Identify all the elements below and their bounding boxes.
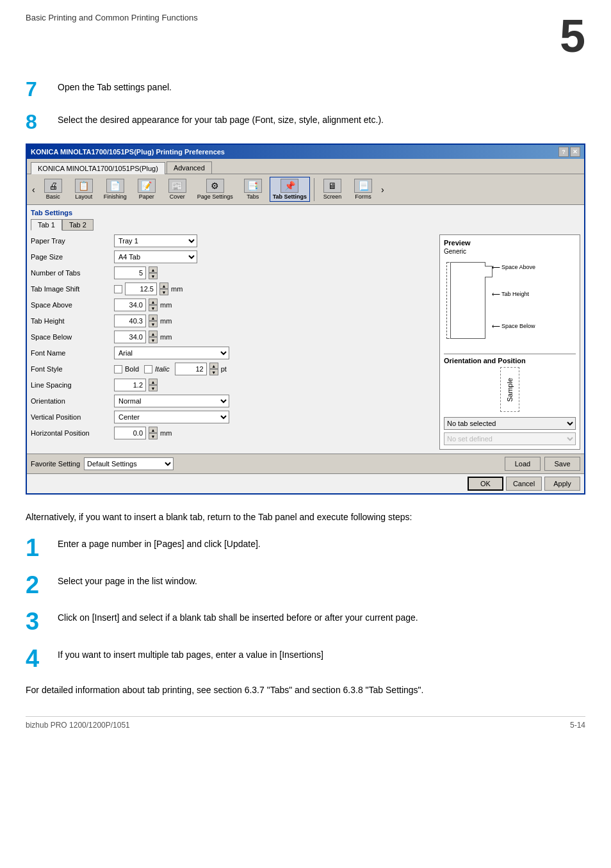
toolbar-tab-settings[interactable]: 📌 Tab Settings xyxy=(270,177,310,202)
toolbar-screen[interactable]: 🖥 Screen xyxy=(318,177,346,202)
save-button[interactable]: Save xyxy=(544,457,580,471)
page-footer: bizhub PRO 1200/1200P/1051 5-14 xyxy=(26,716,585,730)
toolbar-tabs[interactable]: 📑 Tabs xyxy=(239,177,267,202)
space-below-input[interactable] xyxy=(114,331,146,343)
basic-icon: 🖨 xyxy=(44,179,62,193)
step-1-num: 1 xyxy=(26,535,58,562)
step-4: 4 If you want to insert multiple tab pag… xyxy=(26,646,585,673)
outer-tab-advanced[interactable]: Advanced xyxy=(167,161,212,174)
orientation-select[interactable]: Normal xyxy=(114,395,229,407)
vertical-pos-select[interactable]: Center xyxy=(114,411,229,423)
italic-checkbox[interactable] xyxy=(144,365,152,373)
toolbar-layout[interactable]: 📋 Layout xyxy=(70,177,98,202)
inner-tab-2[interactable]: Tab 2 xyxy=(62,219,94,231)
step-4-text: If you want to insert multiple tab pages… xyxy=(58,646,323,662)
font-name-select[interactable]: Arial xyxy=(114,347,229,359)
dialog-footer: Favorite Setting Default Settings Load S… xyxy=(27,454,584,473)
paper-icon: 📝 xyxy=(138,179,156,193)
horizontal-pos-input[interactable] xyxy=(114,427,146,439)
page-size-select[interactable]: A4 Tab xyxy=(114,250,197,263)
tab-height-arrow-label: ⟵Tab Height xyxy=(492,291,529,297)
tab-height-down[interactable]: ▼ xyxy=(149,321,158,327)
toolbar-separator xyxy=(314,178,314,201)
toolbar-finishing[interactable]: 📄 Finishing xyxy=(101,177,130,202)
space-above-input[interactable] xyxy=(114,299,146,311)
page-header: Basic Printing and Common Printing Funct… xyxy=(26,13,585,59)
paper-tray-select[interactable]: Tray 1 xyxy=(114,234,197,247)
load-button[interactable]: Load xyxy=(505,457,541,471)
help-button[interactable]: ? xyxy=(558,147,569,157)
font-style-row: Font Style Bold Italic ▲ ▼ pt xyxy=(31,363,434,375)
bracket xyxy=(446,262,450,339)
space-below-row: Space Below ▲ ▼ mm xyxy=(31,331,434,343)
cancel-button[interactable]: Cancel xyxy=(506,477,542,491)
line-spacing-input[interactable] xyxy=(114,379,146,391)
apply-button[interactable]: Apply xyxy=(544,477,580,491)
step-7-text: Open the Tab settings panel. xyxy=(58,78,172,94)
tab-image-shift-checkbox[interactable] xyxy=(114,285,122,293)
line-spacing-control: ▲ ▼ xyxy=(114,379,434,391)
space-above-up[interactable]: ▲ xyxy=(149,299,158,305)
font-style-control: Bold Italic ▲ ▼ pt xyxy=(114,363,434,375)
preview-page xyxy=(450,262,485,339)
bold-checkbox[interactable] xyxy=(114,365,122,373)
line-spacing-row: Line Spacing ▲ ▼ xyxy=(31,379,434,391)
tab-image-shift-input[interactable] xyxy=(125,283,157,295)
horizontal-pos-down[interactable]: ▼ xyxy=(149,433,158,439)
outer-tab-konica[interactable]: KONICA MINOLTA1700/1051PS(Plug) xyxy=(31,162,165,174)
tab-image-shift-up[interactable]: ▲ xyxy=(159,283,168,289)
num-tabs-label: Number of Tabs xyxy=(31,269,114,277)
toolbar-forms[interactable]: 📃 Forms xyxy=(349,177,377,202)
preview-diagram: ⟵Space Above ⟵Tab Height ⟵Space Below xyxy=(444,259,576,348)
vertical-pos-control: Center xyxy=(114,411,434,423)
tab-height-up[interactable]: ▲ xyxy=(149,315,158,321)
line-spacing-down[interactable]: ▼ xyxy=(149,385,158,391)
tab-image-shift-control: ▲ ▼ mm xyxy=(114,283,434,295)
favorite-setting-select[interactable]: Default Settings xyxy=(84,457,174,470)
space-above-down[interactable]: ▼ xyxy=(149,305,158,311)
dialog-body: Tab Settings Tab 1 Tab 2 Paper Tray Tray… xyxy=(27,205,584,454)
step-2-text: Select your page in the list window. xyxy=(58,572,197,588)
toolbar-cover[interactable]: 📰 Cover xyxy=(163,177,191,202)
num-tabs-up[interactable]: ▲ xyxy=(149,266,158,273)
tab-height-input[interactable] xyxy=(114,315,146,327)
step-7: 7 Open the Tab settings panel. xyxy=(26,78,585,101)
toolbar-page-settings[interactable]: ⚙ Page Settings xyxy=(194,177,236,202)
num-tabs-down[interactable]: ▼ xyxy=(149,273,158,279)
close-button[interactable]: ✕ xyxy=(570,147,580,157)
tab-image-shift-unit: mm xyxy=(171,285,183,293)
no-set-defined-select: No set defined xyxy=(444,432,576,445)
line-spacing-up[interactable]: ▲ xyxy=(149,379,158,385)
bold-label: Bold xyxy=(125,365,139,373)
font-size-input[interactable] xyxy=(175,363,207,375)
title-bar-buttons: ? ✕ xyxy=(558,147,580,157)
ok-button[interactable]: OK xyxy=(468,477,503,491)
inner-tab-1[interactable]: Tab 1 xyxy=(31,219,62,231)
steps-bottom: 1 Enter a page number in [Pages] and cli… xyxy=(26,535,585,673)
toolbar-right-arrow[interactable]: › xyxy=(380,183,386,196)
no-tab-selected-select[interactable]: No tab selected xyxy=(444,417,576,430)
space-below-up[interactable]: ▲ xyxy=(149,331,158,337)
paper-tray-row: Paper Tray Tray 1 xyxy=(31,234,434,247)
step-8-text: Select the desired appearance for your t… xyxy=(58,111,384,127)
body-text: Alternatively, if you want to insert a b… xyxy=(26,510,585,524)
finishing-icon: 📄 xyxy=(106,179,124,193)
num-tabs-input[interactable] xyxy=(114,266,146,279)
step-2: 2 Select your page in the list window. xyxy=(26,572,585,599)
horizontal-pos-up[interactable]: ▲ xyxy=(149,427,158,433)
space-above-control: ▲ ▼ mm xyxy=(114,299,434,311)
font-size-down[interactable]: ▼ xyxy=(209,369,218,375)
step-2-num: 2 xyxy=(26,572,58,599)
page-size-row: Page Size A4 Tab xyxy=(31,250,434,263)
sample-display: Sample xyxy=(500,367,519,412)
space-below-down[interactable]: ▼ xyxy=(149,337,158,343)
font-size-up[interactable]: ▲ xyxy=(209,363,218,369)
tab-image-shift-down[interactable]: ▼ xyxy=(159,289,168,295)
preview-title: Preview xyxy=(444,239,576,247)
toolbar-basic[interactable]: 🖨 Basic xyxy=(39,177,67,202)
space-below-label: Space Below xyxy=(31,333,114,341)
toolbar-paper[interactable]: 📝 Paper xyxy=(133,177,161,202)
toolbar-left-arrow[interactable]: ‹ xyxy=(31,183,37,196)
tab-height-unit: mm xyxy=(160,317,172,325)
section-label: Tab Settings xyxy=(31,209,580,217)
